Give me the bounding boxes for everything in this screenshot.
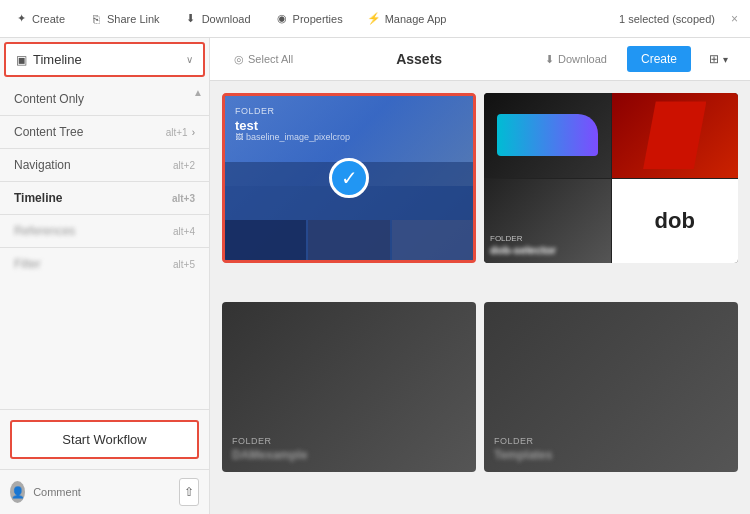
- sidebar-item-label: Content Tree: [14, 125, 158, 139]
- card1-background: FOLDER test 🖼 baseline_image_pixelcrop ✓: [225, 96, 473, 260]
- sidebar-header-label: Timeline: [33, 52, 186, 67]
- view-toggle-btn[interactable]: ⊞ ▾: [703, 48, 734, 70]
- download-icon: ⬇: [545, 53, 554, 66]
- properties-label: Properties: [293, 13, 343, 25]
- sidebar-header[interactable]: ▣ Timeline ∨: [4, 42, 205, 77]
- sidebar-menu: ▲ Content Only Content Tree alt+1 › Navi…: [0, 81, 209, 409]
- card1-label: FOLDER test: [235, 106, 275, 133]
- selection-checkmark: ✓: [329, 158, 369, 198]
- card1-folder-tag: FOLDER: [235, 106, 275, 116]
- card2-bottom-label: FOLDER dob-selector: [490, 234, 556, 257]
- sidebar-item-label: Navigation: [14, 158, 165, 172]
- card4-label: FOLDER Templates: [494, 436, 552, 462]
- select-all-label: Select All: [248, 53, 293, 65]
- card4-name: Templates: [494, 448, 552, 462]
- sidebar-item-references[interactable]: References alt+4: [0, 217, 209, 245]
- asset-card-templates[interactable]: FOLDER Templates: [484, 302, 738, 472]
- card4-background: FOLDER Templates: [484, 302, 738, 472]
- start-workflow-button[interactable]: Start Workflow: [10, 420, 199, 459]
- asset-card-test[interactable]: FOLDER test 🖼 baseline_image_pixelcrop ✓: [222, 93, 476, 263]
- check-icon: ✓: [341, 166, 358, 190]
- card1-file: 🖼 baseline_image_pixelcrop: [235, 132, 350, 142]
- card3-name: DAMexample: [232, 448, 307, 462]
- asset-card-dob[interactable]: FOLDER dob-selector dob: [484, 93, 738, 263]
- chevron-down-icon: ∨: [186, 54, 193, 65]
- upload-icon: ⇧: [184, 485, 194, 499]
- main-layout: ▣ Timeline ∨ ▲ Content Only Content Tree…: [0, 38, 750, 514]
- user-icon: 👤: [11, 486, 25, 499]
- card2-cell-top-right: [612, 93, 739, 178]
- sidebar-item-label: Timeline: [14, 191, 164, 205]
- thumb3: [392, 220, 473, 260]
- card2-folder-tag: FOLDER: [490, 234, 556, 243]
- card2-cell-bottom-left: FOLDER dob-selector: [484, 179, 611, 264]
- top-toolbar: ✦ Create ⎘ Share Link ⬇ Download ◉ Prope…: [0, 0, 750, 38]
- sidebar-item-label: Filter: [14, 257, 165, 271]
- select-all-icon: ◎: [234, 53, 244, 66]
- sidebar-bottom: Start Workflow: [0, 409, 209, 469]
- assets-header: ◎ Select All Assets ⬇ Download Create ⊞ …: [210, 38, 750, 81]
- card2-cell-bottom-right: dob: [612, 179, 739, 264]
- scroll-up-btn[interactable]: ▲: [193, 87, 203, 98]
- download-toolbar-btn[interactable]: ⬇ Download: [178, 8, 257, 30]
- card3-background: FOLDER DAMexample: [222, 302, 476, 472]
- sidebar-item-content-only[interactable]: Content Only: [0, 85, 209, 113]
- card4-folder-tag: FOLDER: [494, 436, 552, 446]
- share-link-label: Share Link: [107, 13, 160, 25]
- sidebar-item-timeline[interactable]: Timeline alt+3: [0, 184, 209, 212]
- card1-filename: baseline_image_pixelcrop: [246, 132, 350, 142]
- close-selected-btn[interactable]: ×: [727, 10, 742, 28]
- dob-text: dob: [655, 208, 695, 234]
- properties-icon: ◉: [275, 12, 289, 26]
- chevron-icon: ›: [192, 127, 195, 138]
- sneaker-shape: [497, 114, 598, 156]
- sidebar-item-filter[interactable]: Filter alt+5: [0, 250, 209, 278]
- avatar: 👤: [10, 481, 25, 503]
- comment-input[interactable]: [33, 486, 171, 498]
- download-toolbar-icon: ⬇: [184, 12, 198, 26]
- manage-app-icon: ⚡: [367, 12, 381, 26]
- send-comment-btn[interactable]: ⇧: [179, 478, 199, 506]
- card3-folder-tag: FOLDER: [232, 436, 307, 446]
- create-toolbar-btn[interactable]: ✦ Create: [8, 8, 71, 30]
- thumb2: [308, 220, 389, 260]
- create-assets-btn[interactable]: Create: [627, 46, 691, 72]
- sidebar-shortcut: alt+2: [173, 160, 195, 171]
- sidebar-shortcut: alt+3: [172, 193, 195, 204]
- sidebar-item-label: References: [14, 224, 165, 238]
- card2-background: FOLDER dob-selector dob: [484, 93, 738, 263]
- card1-strip: [225, 220, 473, 260]
- comment-bar: 👤 ⇧: [0, 469, 209, 514]
- sidebar-item-label: Content Only: [14, 92, 187, 106]
- grid-view-icon: ⊞: [709, 52, 719, 66]
- card2-cell-top-left: [484, 93, 611, 178]
- share-icon: ⎘: [89, 12, 103, 26]
- card1-name: test: [235, 118, 258, 133]
- red-shape: [643, 101, 706, 169]
- sidebar-shortcut: alt+1: [166, 127, 188, 138]
- asset-card-damexample[interactable]: FOLDER DAMexample: [222, 302, 476, 472]
- download-toolbar-label: Download: [202, 13, 251, 25]
- content-area: ◎ Select All Assets ⬇ Download Create ⊞ …: [210, 38, 750, 514]
- chevron-down-icon: ▾: [723, 54, 728, 65]
- sidebar: ▣ Timeline ∨ ▲ Content Only Content Tree…: [0, 38, 210, 514]
- select-all-btn[interactable]: ◎ Select All: [226, 49, 301, 70]
- sidebar-shortcut: alt+4: [173, 226, 195, 237]
- sidebar-item-navigation[interactable]: Navigation alt+2: [0, 151, 209, 179]
- assets-grid: FOLDER test 🖼 baseline_image_pixelcrop ✓: [210, 81, 750, 514]
- layout-icon: ▣: [16, 53, 27, 67]
- card2-name: dob-selector: [490, 244, 556, 256]
- properties-btn[interactable]: ◉ Properties: [269, 8, 349, 30]
- sidebar-shortcut: alt+5: [173, 259, 195, 270]
- create-icon: ✦: [14, 12, 28, 26]
- selected-badge: 1 selected (scoped): [619, 13, 715, 25]
- download-label: Download: [558, 53, 607, 65]
- sidebar-item-content-tree[interactable]: Content Tree alt+1 ›: [0, 118, 209, 146]
- share-link-btn[interactable]: ⎘ Share Link: [83, 8, 166, 30]
- assets-title: Assets: [313, 51, 525, 67]
- create-label: Create: [32, 13, 65, 25]
- manage-app-btn[interactable]: ⚡ Manage App: [361, 8, 453, 30]
- manage-app-label: Manage App: [385, 13, 447, 25]
- image-file-icon: 🖼: [235, 133, 243, 142]
- download-assets-btn[interactable]: ⬇ Download: [537, 49, 615, 70]
